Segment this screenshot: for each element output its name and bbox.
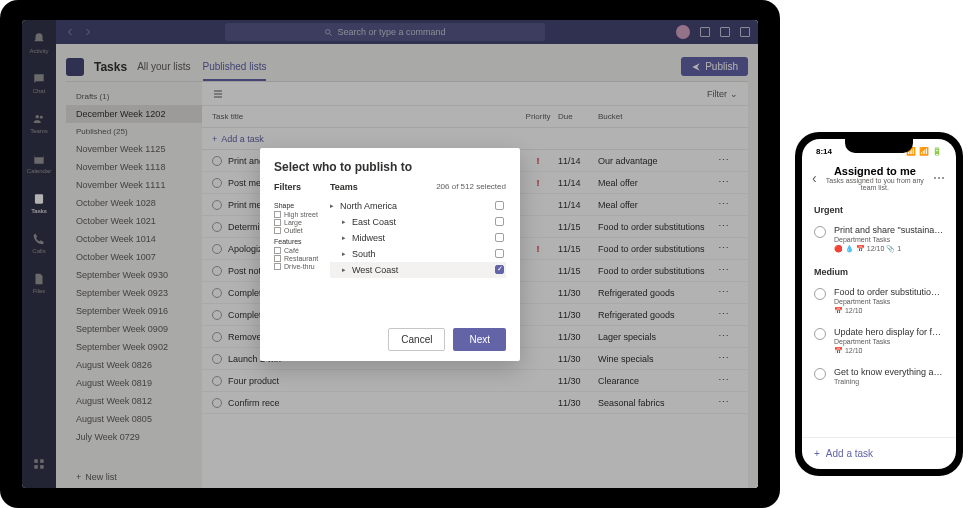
next-button[interactable]: Next <box>453 328 506 351</box>
filter-option[interactable]: Large <box>274 219 330 226</box>
task-meta: 🔴 💧 📅 12/10 📎 1 <box>834 245 944 253</box>
phone-task[interactable]: Get to know everything about digi…Traini… <box>802 361 956 393</box>
phone-add-task[interactable]: +Add a task <box>802 437 956 469</box>
complete-toggle[interactable] <box>814 328 826 340</box>
task-source: Department Tasks <box>834 338 944 345</box>
modal-overlay: Select who to publish to Filters Teams 2… <box>22 20 758 488</box>
team-checkbox[interactable] <box>495 265 504 274</box>
complete-toggle[interactable] <box>814 288 826 300</box>
checkbox-icon <box>274 255 281 262</box>
task-title: Print and share "sustainable, huma… <box>834 225 944 235</box>
plus-icon: + <box>814 448 820 459</box>
team-item[interactable]: ▸Midwest <box>330 230 506 246</box>
teams-tree: ▸North America▸East Coast▸Midwest▸South▸… <box>330 198 506 318</box>
checkbox-icon <box>274 227 281 234</box>
wifi-icon: 📶 <box>919 147 929 156</box>
phone-task[interactable]: Update hero display for focus on ne…Depa… <box>802 321 956 361</box>
team-item[interactable]: ▸North America <box>330 198 506 214</box>
checkbox-icon <box>274 263 281 270</box>
phone-task[interactable]: Food to order substitutions: Post…Depart… <box>802 281 956 321</box>
checkbox-icon <box>274 219 281 226</box>
cancel-button[interactable]: Cancel <box>388 328 445 351</box>
selection-count: 206 of 512 selected <box>436 182 506 192</box>
filter-option[interactable]: High street <box>274 211 330 218</box>
team-checkbox[interactable] <box>495 249 504 258</box>
priority-section: Urgent <box>802 197 956 219</box>
task-source: Department Tasks <box>834 236 944 243</box>
filter-option[interactable]: Drive-thru <box>274 263 330 270</box>
caret-icon: ▸ <box>330 202 336 210</box>
phone-frame: 8:14 📶📶🔋 ‹ Assigned to me Tasks assigned… <box>795 132 963 476</box>
more-button[interactable]: ⋯ <box>933 171 946 185</box>
tablet-frame: Activity Chat Teams Calendar Tasks Calls… <box>0 0 780 508</box>
caret-icon: ▸ <box>342 218 348 226</box>
task-meta: 📅 12/10 <box>834 347 944 355</box>
team-checkbox[interactable] <box>495 217 504 226</box>
caret-icon: ▸ <box>342 266 348 274</box>
filters-column: ShapeHigh streetLargeOutletFeaturesCaféR… <box>274 198 330 318</box>
complete-toggle[interactable] <box>814 368 826 380</box>
publish-dialog: Select who to publish to Filters Teams 2… <box>260 148 520 361</box>
back-button[interactable]: ‹ <box>812 170 817 186</box>
filter-group-head: Features <box>274 238 330 245</box>
teams-heading: Teams <box>330 182 436 192</box>
notch <box>845 139 913 153</box>
task-title: Food to order substitutions: Post… <box>834 287 944 297</box>
app-screen: Activity Chat Teams Calendar Tasks Calls… <box>22 20 758 488</box>
filter-group-head: Shape <box>274 202 330 209</box>
dialog-title: Select who to publish to <box>260 148 520 182</box>
checkbox-icon <box>274 247 281 254</box>
team-checkbox[interactable] <box>495 201 504 210</box>
filter-option[interactable]: Outlet <box>274 227 330 234</box>
task-title: Get to know everything about digi… <box>834 367 944 377</box>
filters-heading: Filters <box>274 182 330 192</box>
team-item[interactable]: ▸West Coast <box>330 262 506 278</box>
clock: 8:14 <box>816 147 832 156</box>
team-checkbox[interactable] <box>495 233 504 242</box>
phone-header: ‹ Assigned to me Tasks assigned to you f… <box>802 159 956 197</box>
priority-section: Medium <box>802 259 956 281</box>
task-source: Department Tasks <box>834 298 944 305</box>
phone-title: Assigned to me <box>825 165 925 177</box>
caret-icon: ▸ <box>342 234 348 242</box>
task-meta: 📅 12/10 <box>834 307 944 315</box>
filter-option[interactable]: Restaurant <box>274 255 330 262</box>
team-item[interactable]: ▸South <box>330 246 506 262</box>
phone-task[interactable]: Print and share "sustainable, huma…Depar… <box>802 219 956 259</box>
complete-toggle[interactable] <box>814 226 826 238</box>
task-source: Training <box>834 378 944 385</box>
phone-subtitle: Tasks assigned to you from any team list… <box>825 177 925 191</box>
phone-screen: 8:14 📶📶🔋 ‹ Assigned to me Tasks assigned… <box>802 139 956 469</box>
caret-icon: ▸ <box>342 250 348 258</box>
filter-option[interactable]: Café <box>274 247 330 254</box>
battery-icon: 🔋 <box>932 147 942 156</box>
task-title: Update hero display for focus on ne… <box>834 327 944 337</box>
team-item[interactable]: ▸East Coast <box>330 214 506 230</box>
checkbox-icon <box>274 211 281 218</box>
